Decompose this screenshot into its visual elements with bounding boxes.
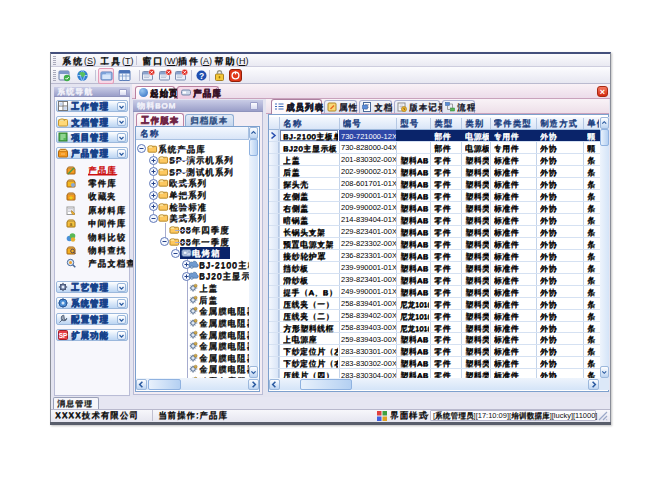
svg-text:a: a (70, 221, 73, 227)
svg-text:SP: SP (59, 332, 68, 339)
svg-text:?: ? (199, 71, 204, 81)
